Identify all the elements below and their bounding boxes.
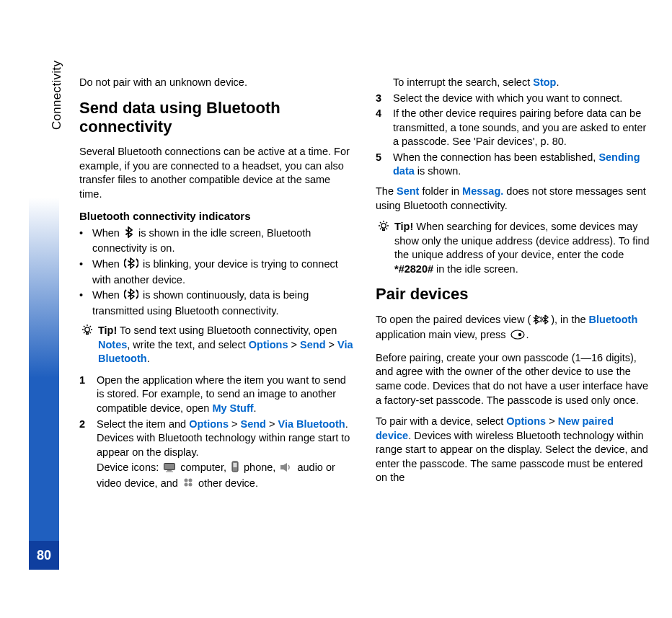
svg-rect-4 [166, 472, 173, 472]
bullet-mark: • [79, 257, 92, 287]
link-send: Send [240, 418, 265, 430]
link-via-bluetooth: Via Bluetooth [278, 418, 345, 430]
para-sent-folder: The Sent folder in Messag. does not stor… [376, 185, 650, 213]
svg-point-0 [85, 327, 89, 332]
p3a: To open the paired devices view ( [376, 314, 531, 325]
section-label: Connectivity [49, 61, 66, 130]
para-do-not-pair: Do not pair with an unknown device. [79, 76, 354, 90]
tip-gt2: > [326, 339, 338, 350]
page-number: 80 [37, 547, 51, 564]
code-2820: *#2820# [394, 263, 433, 275]
bluetooth-pair-icon [532, 314, 549, 329]
heading-send-data: Send data using Bluetooth connectivity [79, 99, 354, 137]
tip2-t2: in the idle screen. [433, 263, 518, 275]
s5b: is shown. [415, 165, 461, 177]
tip-lightbulb-icon [377, 220, 390, 237]
right-column: To interrupt the search, select Stop. 3 … [376, 76, 650, 496]
step-num: 3 [376, 92, 393, 106]
bullet-1: • When is shown in the idle screen, Blue… [79, 226, 354, 256]
svg-point-12 [381, 224, 386, 228]
step-2: 2 Select the item and Options > Send > V… [79, 418, 354, 460]
svg-point-15 [518, 333, 521, 336]
step-4: 4 If the other device requires pairing b… [376, 107, 650, 149]
link-options: Options [249, 339, 288, 350]
s2c-a: Device icons: [97, 462, 162, 473]
s2a: Select the item and [97, 418, 189, 430]
bluetooth-paren-icon [124, 257, 138, 273]
link-bluetooth: Bluetooth [589, 314, 638, 325]
b1-text-a: When [92, 227, 123, 239]
bullet-mark: • [79, 226, 92, 256]
bluetooth-paren-icon [124, 288, 138, 304]
other-device-icon [182, 477, 194, 493]
link-options: Options [189, 418, 229, 430]
page-number-box: 80 [29, 541, 59, 570]
s2gt2: > [266, 418, 278, 430]
p3d: . [526, 329, 529, 340]
svg-rect-7 [280, 465, 283, 469]
tip-lightbulb-icon [81, 324, 94, 341]
s4-text: If the other device requires pairing bef… [393, 107, 650, 149]
p2a: The [376, 185, 397, 197]
svg-rect-2 [164, 464, 175, 470]
svg-point-11 [188, 482, 192, 486]
link-stop: Stop [533, 76, 556, 88]
b3-text-a: When [92, 289, 123, 301]
tip2-t1: When searching for devices, some devices… [394, 221, 650, 260]
link-messag: Messag. [462, 185, 503, 197]
s2c-c: phone, [244, 462, 278, 473]
link-my-stuff: My Stuff [212, 402, 253, 414]
step-2-cont: To interrupt the search, select Stop. [393, 76, 650, 90]
svg-rect-3 [167, 470, 172, 472]
s2c-e: other device. [198, 477, 258, 489]
audio-video-icon [280, 462, 293, 477]
p5a: To pair with a device, select [376, 415, 506, 427]
p3b: ), in the [551, 314, 588, 325]
step-5: 5 When the connection has been establish… [376, 151, 650, 179]
p2b: folder in [419, 185, 462, 197]
svg-rect-6 [234, 463, 237, 467]
tip-block-1: Tip! To send text using Bluetooth connec… [79, 324, 354, 366]
para-several-connections: Several Bluetooth connections can be act… [79, 145, 354, 201]
link-options: Options [506, 415, 546, 427]
step-1: 1 Open the application where the item yo… [79, 374, 354, 416]
svg-point-8 [184, 478, 187, 482]
tip-t3: . [147, 353, 150, 364]
para-before-pairing: Before pairing, create your own passcode… [376, 351, 650, 407]
tip-gt1: > [288, 339, 301, 350]
para-to-pair: To pair with a device, select Options > … [376, 415, 650, 485]
s3-text: Select the device with which you want to… [393, 92, 650, 106]
bullet-mark: • [79, 288, 92, 318]
p5b: . Devices with wireless Bluetooth techno… [376, 430, 648, 484]
step-num: 5 [376, 151, 393, 179]
para-open-paired-view: To open the paired devices view (), in t… [376, 313, 650, 344]
p3c: application main view, press [376, 329, 509, 340]
tip-label: Tip! [98, 325, 117, 336]
step-3: 3 Select the device with which you want … [376, 92, 650, 106]
s2c-b: computer, [180, 462, 229, 473]
step-2-sub: Device icons: computer, phone, audio or … [97, 461, 354, 492]
p5gt: > [546, 415, 558, 427]
tip-block-2: Tip! When searching for devices, some de… [376, 220, 650, 276]
tip-t1: To send text using Bluetooth connectivit… [117, 325, 337, 336]
step-num: 1 [79, 374, 97, 416]
nav-right-icon [510, 330, 525, 344]
step-num: 4 [376, 107, 393, 149]
bullet-2: • When is blinking, your device is tryin… [79, 257, 354, 287]
bluetooth-plain-icon [124, 226, 134, 242]
phone-icon [231, 461, 239, 477]
link-sent: Sent [397, 185, 419, 197]
side-gradient-mid [29, 378, 59, 541]
link-notes: Notes [98, 339, 127, 350]
computer-icon [163, 462, 176, 477]
s5a: When the connection has been established… [393, 151, 598, 163]
p1a: To interrupt the search, select [393, 76, 533, 88]
p1b: . [556, 76, 559, 88]
s1b: . [254, 402, 257, 414]
heading-indicators: Bluetooth connectivity indicators [79, 209, 354, 224]
tip-t2: , write the text, and select [127, 339, 248, 350]
svg-point-9 [188, 478, 192, 482]
tip-label: Tip! [394, 221, 413, 232]
bullet-3: • When is shown continuously, data is be… [79, 288, 354, 318]
link-send: Send [300, 339, 325, 350]
